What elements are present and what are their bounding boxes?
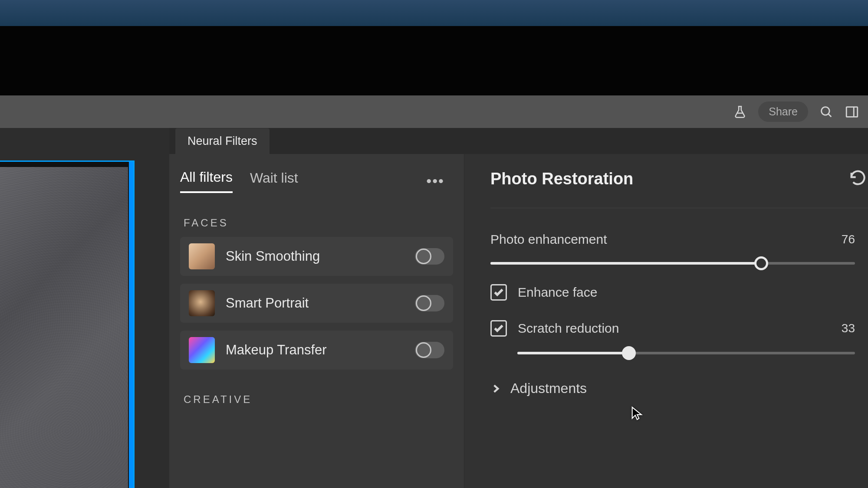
- toggle-skin-smoothing[interactable]: [415, 248, 444, 265]
- control-photo-enhancement: Photo enhancement 76: [490, 232, 868, 265]
- reset-icon[interactable]: [848, 169, 868, 188]
- filter-label: Skin Smoothing: [226, 249, 404, 264]
- image-canvas[interactable]: [0, 160, 135, 488]
- tab-wait-list[interactable]: Wait list: [250, 170, 298, 192]
- app-toolbar-background: [0, 26, 868, 95]
- control-scratch-reduction[interactable]: Scratch reduction 33: [490, 320, 868, 337]
- settings-title: Photo Restoration: [490, 170, 633, 188]
- slider-handle[interactable]: [754, 256, 768, 270]
- thumbnail-smart-portrait: [189, 290, 215, 316]
- adjustments-label: Adjustments: [510, 380, 587, 396]
- enhance-face-label: Enhance face: [518, 285, 597, 300]
- photo-enhancement-value: 76: [842, 233, 855, 246]
- svg-point-0: [822, 107, 829, 115]
- toggle-makeup-transfer[interactable]: [415, 342, 444, 358]
- filter-label: Makeup Transfer: [226, 342, 404, 358]
- scratch-reduction-label: Scratch reduction: [518, 321, 619, 336]
- filter-label: Smart Portrait: [226, 295, 404, 311]
- control-enhance-face[interactable]: Enhance face: [490, 284, 868, 301]
- thumbnail-makeup-transfer: [189, 337, 215, 363]
- filter-skin-smoothing[interactable]: Skin Smoothing: [180, 237, 453, 276]
- filter-settings-panel: Photo Restoration Photo enhancement 76: [464, 154, 868, 488]
- scratch-reduction-value: 33: [842, 321, 855, 335]
- filter-list-panel: All filters Wait list ••• FACES Skin Smo…: [169, 154, 464, 488]
- group-faces-label: FACES: [180, 217, 453, 229]
- scratch-reduction-checkbox[interactable]: [490, 320, 507, 337]
- share-button[interactable]: Share: [758, 102, 808, 122]
- neural-filters-tab[interactable]: Neural Filters: [175, 128, 270, 154]
- beaker-icon[interactable]: [733, 105, 747, 119]
- slider-handle[interactable]: [622, 346, 636, 360]
- tab-all-filters[interactable]: All filters: [180, 169, 233, 193]
- scratch-reduction-slider[interactable]: [517, 352, 855, 354]
- photo-enhancement-label: Photo enhancement: [490, 232, 607, 247]
- enhance-face-checkbox[interactable]: [490, 284, 507, 301]
- filter-smart-portrait[interactable]: Smart Portrait: [180, 284, 453, 323]
- canvas-area[interactable]: [0, 128, 169, 488]
- search-icon[interactable]: [819, 105, 834, 119]
- group-creative-label: CREATIVE: [180, 393, 453, 406]
- window-titlebar: [0, 0, 868, 26]
- svg-rect-1: [846, 107, 858, 117]
- adjustments-accordion[interactable]: Adjustments: [490, 380, 868, 396]
- photo-enhancement-slider[interactable]: [490, 262, 855, 265]
- filter-makeup-transfer[interactable]: Makeup Transfer: [180, 331, 453, 370]
- panel-tab-strip: Neural Filters: [169, 128, 868, 154]
- thumbnail-skin-smoothing: [189, 243, 215, 269]
- context-bar: Share: [0, 95, 868, 128]
- toggle-smart-portrait[interactable]: [415, 295, 444, 311]
- more-options-icon[interactable]: •••: [426, 173, 453, 190]
- workspace-icon[interactable]: [845, 105, 859, 119]
